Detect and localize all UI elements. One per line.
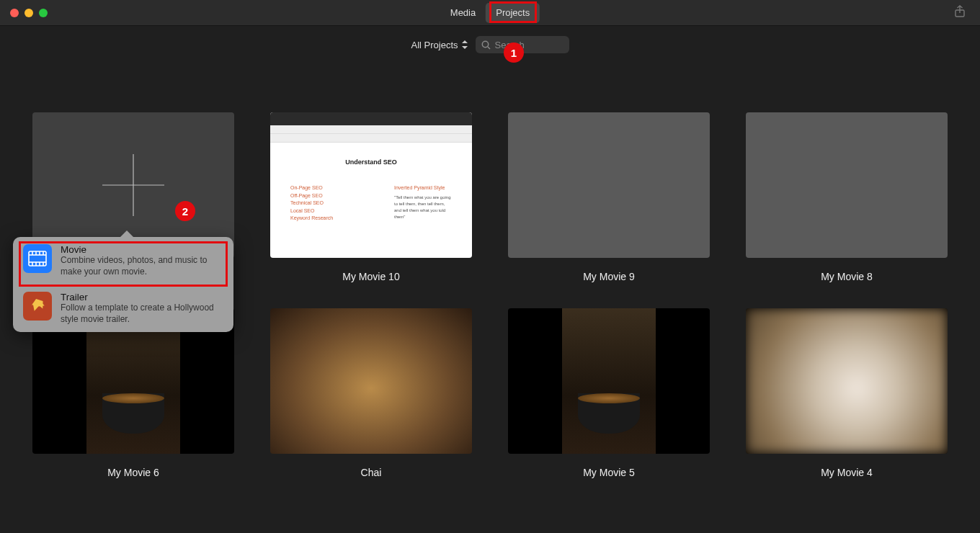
tab-projects[interactable]: Projects — [486, 3, 540, 23]
project-title[interactable]: My Movie 6 — [32, 454, 234, 478]
project-cell: My Movie 4 — [746, 308, 948, 478]
popover-item-title: Movie — [61, 244, 223, 255]
projects-filter-label: All Projects — [411, 40, 458, 50]
movie-icon — [23, 244, 52, 273]
chevron-updown-icon — [461, 40, 468, 49]
window-controls — [0, 9, 48, 17]
project-thumbnail[interactable] — [508, 112, 710, 258]
minimize-window-button[interactable] — [24, 9, 33, 17]
search-icon — [481, 40, 491, 50]
trailer-icon — [23, 292, 52, 321]
close-window-button[interactable] — [10, 9, 19, 17]
project-thumbnail[interactable] — [746, 308, 948, 454]
thumbnail-content: Understand SEO On-Page SEOOff-Page SEO T… — [270, 112, 472, 258]
create-new-popover: Movie Combine videos, photos, and music … — [13, 237, 233, 332]
project-cell: My Movie 9 — [508, 112, 710, 285]
share-icon[interactable] — [954, 5, 966, 21]
project-thumbnail[interactable] — [270, 308, 472, 454]
popover-item-text: Trailer Follow a template to create a Ho… — [61, 292, 223, 325]
popover-item-text: Movie Combine videos, photos, and music … — [61, 244, 223, 277]
project-cell: My Movie 8 — [746, 112, 948, 285]
project-thumbnail[interactable] — [746, 112, 948, 258]
popover-item-title: Trailer — [61, 292, 223, 303]
project-cell: Chai — [270, 308, 472, 478]
project-cell: My Movie 6 — [32, 308, 234, 478]
project-title[interactable]: My Movie 10 — [270, 258, 472, 282]
projects-filter-dropdown[interactable]: All Projects — [411, 40, 468, 50]
view-tabs: Media Projects — [440, 3, 540, 23]
annotation-circle-1: 1 — [504, 42, 524, 63]
project-title[interactable]: My Movie 8 — [746, 258, 948, 282]
project-cell: Understand SEO On-Page SEOOff-Page SEO T… — [270, 112, 472, 285]
popover-item-trailer[interactable]: Trailer Follow a template to create a Ho… — [13, 285, 233, 332]
fullscreen-window-button[interactable] — [39, 9, 48, 17]
popover-item-desc: Combine videos, photos, and music to mak… — [61, 255, 223, 277]
project-title[interactable]: My Movie 5 — [508, 454, 710, 478]
tab-projects-label: Projects — [496, 7, 530, 18]
project-cell: My Movie 5 — [508, 308, 710, 478]
plus-icon — [102, 154, 164, 216]
window-titlebar: Media Projects — [0, 0, 980, 26]
projects-toolbar: All Projects Search — [0, 26, 980, 63]
popover-item-desc: Follow a template to create a Hollywood … — [61, 303, 223, 325]
project-title[interactable]: My Movie 4 — [746, 454, 948, 478]
tab-media[interactable]: Media — [440, 3, 486, 23]
popover-item-movie[interactable]: Movie Combine videos, photos, and music … — [13, 237, 233, 285]
tab-media-label: Media — [450, 7, 476, 18]
project-title[interactable]: My Movie 9 — [508, 258, 710, 282]
annotation-circle-2: 2 — [175, 201, 195, 221]
project-title[interactable]: Chai — [270, 454, 472, 478]
project-thumbnail[interactable]: Understand SEO On-Page SEOOff-Page SEO T… — [270, 112, 472, 258]
svg-point-1 — [482, 41, 488, 47]
project-thumbnail[interactable] — [508, 308, 710, 454]
